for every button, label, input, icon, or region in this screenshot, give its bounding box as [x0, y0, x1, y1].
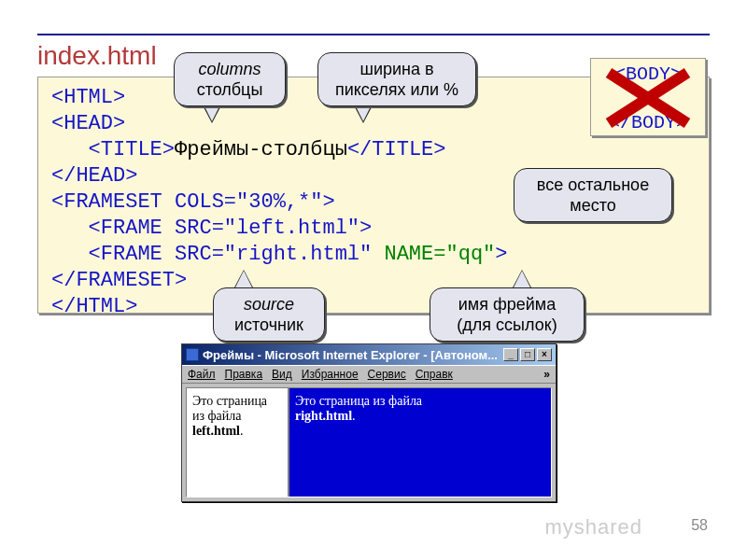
code-tag: <TITLE> — [51, 138, 175, 161]
minimize-button[interactable]: _ — [503, 348, 518, 361]
watermark: myshared — [544, 515, 642, 539]
code-tag: <FRAMESET COLS="30%,*"> — [51, 190, 335, 214]
body-dots: ... — [593, 87, 703, 111]
divider — [37, 34, 710, 35]
right-filename: right.html — [295, 409, 352, 423]
body-tag-box: <BODY> ... </BODY> — [590, 58, 706, 136]
chevron-icon[interactable]: » — [543, 368, 550, 381]
maximize-button[interactable]: □ — [520, 348, 535, 361]
menubar: Файл Правка Вид Избранное Сервис Справк … — [182, 365, 556, 384]
menu-help[interactable]: Справк — [416, 368, 453, 381]
code-tag: </HEAD> — [51, 164, 137, 188]
code-tag: <HTML> — [51, 86, 125, 109]
window-title: Фреймы - Microsoft Internet Explorer - [… — [203, 348, 498, 362]
code-tag: </FRAMESET> — [51, 269, 187, 292]
menu-view[interactable]: Вид — [272, 368, 292, 381]
callout-ru: столбцы — [188, 79, 272, 100]
callout-text: ширина в пикселях или % — [331, 59, 462, 100]
body-close: </BODY> — [593, 111, 703, 135]
callout-en: source — [227, 294, 311, 315]
callout-en: columns — [188, 59, 272, 79]
code-tag: > — [495, 243, 507, 266]
browser-window: Фреймы - Microsoft Internet Explorer - [… — [181, 343, 557, 502]
dot: . — [240, 424, 244, 438]
dot: . — [352, 409, 356, 423]
window-buttons: _ □ × — [503, 348, 552, 361]
code-text: Фреймы-столбцы — [175, 138, 347, 161]
callout-frame-name: имя фрейма (для ссылок) — [430, 287, 585, 342]
callout-rest: все остальное место — [514, 168, 672, 222]
code-attr: NAME="qq" — [384, 243, 495, 266]
callout-text: все остальное место — [528, 175, 658, 216]
frame-right: Это страница из файла right.html. — [289, 388, 551, 497]
titlebar: Фреймы - Microsoft Internet Explorer - [… — [182, 344, 556, 365]
code-tag: <FRAME SRC="right.html" — [51, 243, 384, 266]
callout-tail — [513, 271, 531, 289]
close-button[interactable]: × — [537, 348, 552, 361]
callout-columns: columns столбцы — [174, 52, 286, 106]
page-title: index.html — [37, 41, 157, 71]
browser-viewport: Это страница из файла left.html. Это стр… — [186, 387, 552, 497]
callout-source: source источник — [213, 287, 325, 342]
code-tag: <FRAME SRC="left.html"> — [51, 217, 372, 240]
ie-icon — [186, 348, 199, 361]
callout-ru: источник — [227, 315, 311, 335]
callout-tail — [234, 271, 253, 289]
code-tag: <HEAD> — [51, 112, 125, 135]
callout-width: ширина в пикселях или % — [317, 52, 476, 106]
menu-favorites[interactable]: Избранное — [302, 368, 359, 381]
page-number: 58 — [691, 517, 708, 534]
left-filename: left.html — [192, 424, 240, 438]
left-text: Это страница из файла — [192, 394, 267, 423]
right-text: Это страница из файла — [295, 394, 422, 408]
code-tag: </HTML> — [51, 295, 137, 318]
code-tag: </TITLE> — [347, 138, 446, 161]
frame-left: Это страница из файла left.html. — [187, 388, 289, 497]
callout-text: имя фрейма (для ссылок) — [444, 294, 571, 335]
menu-edit[interactable]: Правка — [225, 368, 263, 381]
menu-tools[interactable]: Сервис — [368, 368, 406, 381]
body-open: <BODY> — [593, 63, 703, 87]
menu-file[interactable]: Файл — [188, 368, 216, 381]
